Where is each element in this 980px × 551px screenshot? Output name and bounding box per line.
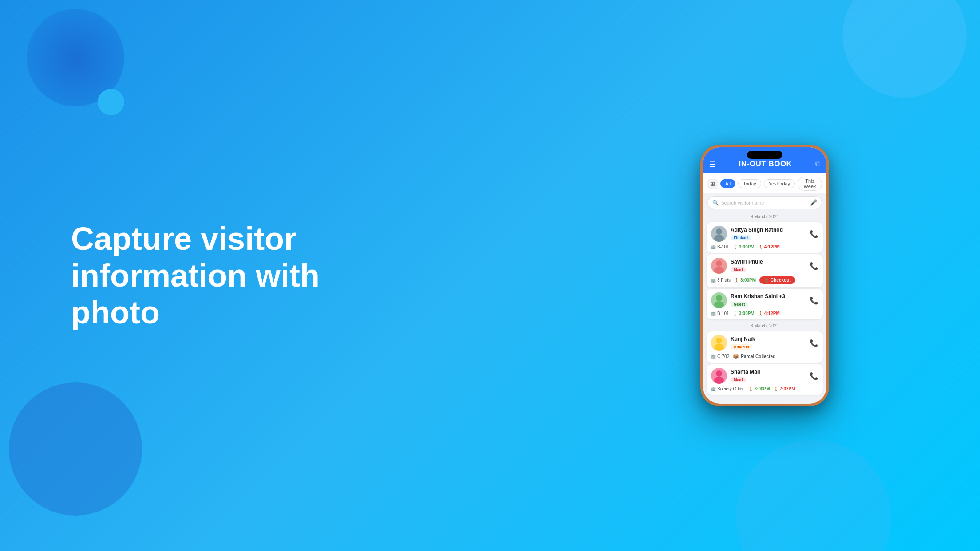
- call-icon-5[interactable]: 📞: [810, 372, 818, 380]
- visitor-name-4: Kunj Naik: [731, 336, 755, 342]
- svg-point-14: [714, 377, 724, 384]
- building-icon-3: 🏢: [711, 311, 716, 316]
- checkout-button-2[interactable]: 🚪 Checkout: [759, 276, 795, 284]
- svg-point-11: [714, 344, 724, 351]
- building-icon-4: 🏢: [711, 354, 716, 359]
- expand-icon[interactable]: ⧉: [815, 160, 820, 168]
- visitor-card-1: Aditya Singh Rathod Flipkart 📞 🏢 B-101: [707, 222, 823, 253]
- filter-tabs: ⊞ All Today Yesterday This Week: [703, 173, 826, 193]
- entry-icon-3: 🚶: [733, 311, 738, 316]
- svg-point-5: [714, 267, 724, 274]
- time-in-5: 3:00PM: [755, 386, 770, 391]
- time-in-1: 3:00PM: [739, 244, 755, 249]
- tab-all[interactable]: All: [720, 179, 735, 188]
- time-out-3: 4:12PM: [764, 311, 780, 316]
- avatar-1: [711, 226, 727, 242]
- parcel-label: Parcel Collected: [741, 354, 775, 359]
- date-separator-2: 8 March, 2021: [703, 321, 826, 330]
- search-placeholder: search visitor name: [722, 200, 810, 205]
- avatar-3: [711, 292, 727, 308]
- flat-5: Society Office: [717, 386, 745, 391]
- building-icon-5: 🏢: [711, 387, 716, 391]
- visitor-badge-5: Maid: [731, 377, 746, 382]
- building-icon-1: 🏢: [711, 245, 716, 249]
- visitor-name-2: Savitri Phule: [731, 259, 763, 265]
- bg-circle-3: [9, 382, 142, 516]
- svg-point-10: [716, 338, 722, 344]
- time-out-5: 7:07PM: [780, 386, 795, 391]
- exit-icon-5: 🚶: [774, 387, 778, 391]
- avatar-4: [711, 335, 727, 351]
- bg-circle-4: [842, 0, 967, 98]
- exit-icon-3: 🚶: [758, 311, 763, 316]
- bg-circle-2: [98, 89, 124, 115]
- visitor-badge-3: Guest: [731, 302, 748, 307]
- date-separator-1: 9 March, 2021: [703, 212, 826, 221]
- visitor-name-1: Aditya Singh Rathod: [731, 227, 783, 233]
- checkout-person-icon: 🚪: [764, 278, 769, 283]
- call-icon-1[interactable]: 📞: [810, 230, 818, 238]
- flat-4: C-702: [717, 354, 729, 359]
- time-in-2: 3:00PM: [740, 278, 756, 283]
- call-icon-4[interactable]: 📞: [810, 339, 818, 347]
- entry-icon-2: 🚶: [734, 278, 739, 283]
- visitor-list: 9 March, 2021: [703, 212, 826, 404]
- svg-point-1: [716, 228, 722, 235]
- call-icon-3[interactable]: 📞: [810, 296, 818, 305]
- left-content: Capture visitor information with photo: [71, 220, 337, 331]
- phone-screen: ☰ IN-OUT BOOK ⧉ ⊞ All Today Yesterday Th…: [703, 147, 826, 404]
- time-in-3: 3:00PM: [739, 311, 755, 316]
- svg-point-8: [714, 301, 724, 308]
- phone-wrapper: ☰ IN-OUT BOOK ⧉ ⊞ All Today Yesterday Th…: [700, 145, 829, 406]
- visitor-card-5: Shanta Mali Maid 📞 🏢 Society Office 🚶: [707, 364, 823, 395]
- parcel-icon: 📦: [733, 354, 739, 359]
- avatar-5: [711, 368, 727, 384]
- exit-icon-1: 🚶: [758, 245, 763, 249]
- svg-point-4: [716, 260, 722, 267]
- phone-notch: [747, 151, 782, 159]
- flat-1: B-101: [717, 244, 729, 249]
- parcel-collected: 📦 Parcel Collected: [733, 354, 775, 359]
- page-heading: Capture visitor information with photo: [71, 220, 337, 331]
- phone-device: ☰ IN-OUT BOOK ⧉ ⊞ All Today Yesterday Th…: [700, 145, 829, 406]
- visitor-card-2: Savitri Phule Maid 📞 🏢 3 Flats 🚶: [707, 254, 823, 287]
- visitor-badge-2: Maid: [731, 267, 746, 272]
- grid-button[interactable]: ⊞: [707, 179, 718, 189]
- search-icon: 🔍: [712, 200, 719, 206]
- app-title: IN-OUT BOOK: [739, 160, 792, 169]
- flat-2: 3 Flats: [717, 278, 731, 283]
- search-bar[interactable]: 🔍 search visitor name 🎤: [707, 196, 822, 209]
- visitor-name-3: Ram Krishan Saini +3: [731, 293, 785, 299]
- avatar-2: [711, 258, 727, 274]
- tab-this-week[interactable]: This Week: [798, 177, 822, 191]
- svg-point-13: [716, 370, 722, 377]
- bg-circle-5: [736, 440, 891, 551]
- call-icon-2[interactable]: 📞: [810, 262, 818, 270]
- visitor-card-4: Kunj Naik Amazon 📞 🏢 C-702 📦: [707, 331, 823, 363]
- tab-yesterday[interactable]: Yesterday: [764, 179, 795, 188]
- menu-icon[interactable]: ☰: [709, 160, 715, 169]
- visitor-name-5: Shanta Mali: [731, 369, 760, 375]
- entry-icon-5: 🚶: [748, 387, 753, 391]
- mic-icon[interactable]: 🎤: [810, 199, 817, 206]
- svg-point-2: [714, 235, 724, 242]
- tab-today[interactable]: Today: [738, 179, 761, 188]
- visitor-card-3: Ram Krishan Saini +3 Guest 📞 🏢 B-101 🚶: [707, 289, 823, 319]
- entry-icon-1: 🚶: [733, 245, 738, 249]
- building-icon-2: 🏢: [711, 278, 716, 283]
- flat-3: B-101: [717, 311, 729, 316]
- visitor-badge-4: Amazon: [731, 344, 752, 350]
- time-out-1: 4:12PM: [764, 244, 780, 249]
- visitor-badge-1: Flipkart: [731, 235, 751, 240]
- svg-point-7: [716, 295, 722, 301]
